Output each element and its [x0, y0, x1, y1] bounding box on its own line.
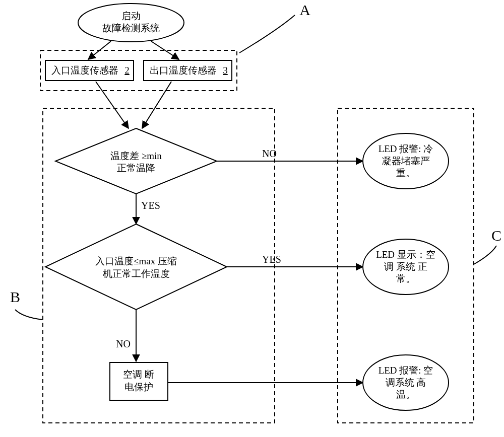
out2-l2: 调 系统 正	[384, 261, 427, 272]
protect-l2: 电保护	[124, 382, 153, 392]
out1-l1: LED 报警: 冷	[379, 143, 433, 154]
label-c: C	[491, 227, 501, 244]
out1-l2: 凝器堵塞严	[382, 156, 430, 166]
label-c-curve	[474, 246, 496, 264]
decision-1	[55, 128, 217, 194]
outlet-sensor-num: 3	[223, 65, 228, 76]
dec1-yes-text: YES	[141, 200, 160, 211]
out3-l1: LED 报警: 空	[379, 365, 433, 376]
dec2-l1: 入口温度≤max 压缩	[95, 256, 177, 266]
inlet-sensor-num: 2	[124, 65, 130, 76]
out1-l3: 重。	[396, 168, 415, 178]
out2-l3: 常。	[396, 273, 415, 284]
protect-l1: 空调 断	[123, 369, 154, 380]
label-b: B	[10, 288, 20, 305]
dec1-l1: 温度差 ≥min	[110, 151, 162, 161]
out2-l1: LED 显示：空	[376, 249, 435, 260]
arrow-inlet-to-dec1	[96, 82, 129, 128]
decision-2	[45, 224, 227, 310]
label-a: A	[299, 2, 310, 18]
start-text-l1: 启动	[121, 11, 141, 21]
out3-l2: 调系统 高	[386, 377, 426, 388]
label-a-curve	[239, 15, 295, 53]
out3-l3: 温。	[396, 389, 415, 400]
dec2-l2: 机正常工作温度	[103, 268, 170, 279]
dec2-yes-text: YES	[262, 254, 281, 265]
dec2-no-text: NO	[116, 338, 131, 349]
arrow-outlet-to-dec1	[142, 82, 171, 128]
dec1-no-text: NO	[262, 148, 277, 159]
dec1-l2: 正常温降	[117, 163, 155, 173]
label-b-curve	[15, 310, 42, 320]
outlet-sensor-text: 出口温度传感器	[150, 65, 217, 76]
inlet-sensor-text: 入口温度传感器	[51, 65, 118, 76]
start-text-l2: 故障检测系统	[102, 23, 160, 33]
